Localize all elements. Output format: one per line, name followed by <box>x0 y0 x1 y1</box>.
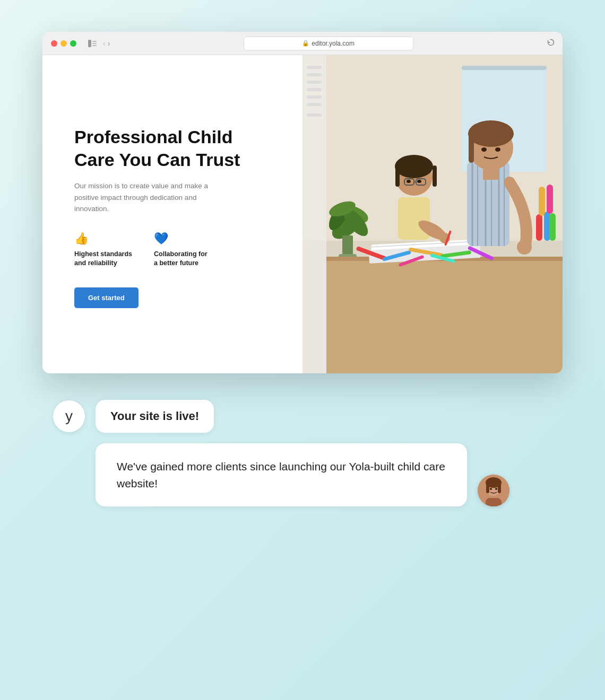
svg-rect-65 <box>539 187 545 216</box>
testimonial-text: We've gained more clients since launchin… <box>117 460 445 489</box>
svg-rect-9 <box>307 81 322 84</box>
svg-point-58 <box>481 147 487 152</box>
notifications-area: y Your site is live! We've gained more c… <box>42 400 563 506</box>
notification-bubble: Your site is live! <box>96 400 214 433</box>
svg-rect-0 <box>88 40 91 47</box>
svg-rect-8 <box>307 73 322 76</box>
feature-2-label: Collaborating for a better future <box>154 250 212 268</box>
svg-point-72 <box>490 488 492 490</box>
svg-point-73 <box>495 488 497 490</box>
traffic-lights <box>51 40 76 47</box>
svg-rect-64 <box>549 213 556 241</box>
url-text: editor.yola.com <box>312 40 355 47</box>
svg-rect-23 <box>326 257 563 373</box>
hero-title: Professional Child Care You Can Trust <box>74 126 276 171</box>
svg-rect-13 <box>307 113 322 117</box>
feature-1: 👍 Highest standards and reliability <box>74 232 133 268</box>
notification-row-1: y Your site is live! <box>53 400 552 433</box>
svg-rect-21 <box>342 235 353 257</box>
svg-rect-44 <box>398 197 430 240</box>
left-panel: Professional Child Care You Can Trust Ou… <box>42 55 302 373</box>
nav-arrows: ‹ › <box>103 39 110 48</box>
svg-point-61 <box>517 240 532 255</box>
yola-avatar: y <box>53 400 85 432</box>
svg-rect-10 <box>307 88 322 91</box>
svg-rect-66 <box>547 185 553 214</box>
svg-point-40 <box>417 180 421 183</box>
yola-letter: y <box>65 408 73 425</box>
browser-window: ‹ › 🔒 editor.yola.com Professional Child… <box>42 32 563 373</box>
svg-rect-74 <box>486 498 502 506</box>
svg-rect-11 <box>307 95 322 99</box>
svg-rect-70 <box>486 483 489 493</box>
browser-toolbar: ‹ › 🔒 editor.yola.com <box>42 32 563 55</box>
reload-button[interactable] <box>547 39 554 48</box>
website-content: Professional Child Care You Can Trust Ou… <box>42 55 563 373</box>
svg-rect-7 <box>307 66 322 69</box>
back-button[interactable]: ‹ <box>103 39 106 48</box>
thumbsup-icon: 👍 <box>74 232 133 246</box>
forward-button[interactable]: › <box>108 39 110 48</box>
testimonial-row: We've gained more clients since launchin… <box>53 443 552 506</box>
feature-2: 💙 Collaborating for a better future <box>154 232 212 268</box>
heart-icon: 💙 <box>154 232 212 246</box>
maximize-button[interactable] <box>70 40 76 47</box>
svg-point-36 <box>395 155 433 178</box>
svg-rect-71 <box>498 483 501 493</box>
svg-point-39 <box>407 180 411 183</box>
svg-rect-57 <box>469 134 474 163</box>
address-bar[interactable]: 🔒 editor.yola.com <box>244 37 413 50</box>
svg-rect-2 <box>92 43 97 44</box>
svg-rect-60 <box>483 169 499 180</box>
svg-rect-12 <box>307 103 322 106</box>
svg-rect-62 <box>536 214 542 241</box>
hero-image <box>302 55 563 373</box>
svg-point-59 <box>495 147 500 152</box>
notification-text: Your site is live! <box>110 409 199 423</box>
feature-1-label: Highest standards and reliability <box>74 250 133 268</box>
svg-rect-37 <box>395 165 400 187</box>
close-button[interactable] <box>51 40 57 47</box>
hero-subtitle: Our mission is to create value and make … <box>74 180 228 215</box>
svg-point-56 <box>468 120 514 147</box>
testimonial-bubble: We've gained more clients since launchin… <box>96 443 467 506</box>
svg-rect-3 <box>92 45 97 46</box>
get-started-button[interactable]: Get started <box>74 287 139 308</box>
features-row: 👍 Highest standards and reliability 💙 Co… <box>74 232 276 268</box>
minimize-button[interactable] <box>60 40 67 47</box>
sidebar-icon[interactable] <box>88 40 97 47</box>
svg-rect-1 <box>92 41 97 42</box>
user-avatar <box>478 475 509 506</box>
svg-rect-15 <box>462 66 547 70</box>
svg-rect-38 <box>433 165 437 187</box>
lock-icon: 🔒 <box>302 40 309 47</box>
